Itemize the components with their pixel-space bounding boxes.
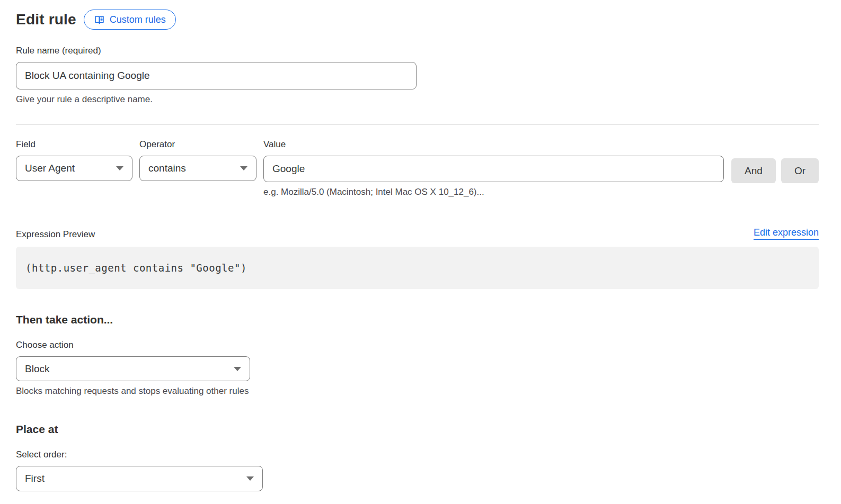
field-select[interactable]: User Agent xyxy=(16,156,132,181)
action-heading: Then take action... xyxy=(16,313,819,326)
book-icon xyxy=(94,14,105,25)
choose-action-label: Choose action xyxy=(16,340,819,350)
value-label: Value xyxy=(263,139,724,150)
edit-expression-link[interactable]: Edit expression xyxy=(754,227,819,240)
operator-column: Operator contains xyxy=(139,139,256,181)
action-helper: Blocks matching requests and stops evalu… xyxy=(16,386,819,397)
place-at-heading: Place at xyxy=(16,423,819,436)
rule-name-helper: Give your rule a descriptive name. xyxy=(16,94,819,105)
operator-label: Operator xyxy=(139,139,256,150)
value-input[interactable] xyxy=(263,156,724,182)
rule-name-section: Rule name (required) Give your rule a de… xyxy=(16,46,819,105)
section-divider xyxy=(16,124,819,124)
page-title: Edit rule xyxy=(16,11,76,28)
operator-select[interactable]: contains xyxy=(139,156,256,181)
caret-down-icon xyxy=(240,166,247,170)
condition-row: Field User Agent Operator contains Value… xyxy=(16,139,819,197)
expression-header: Expression Preview Edit expression xyxy=(16,227,819,240)
logic-buttons: And Or xyxy=(731,139,819,183)
placement-section: Place at Select order: First xyxy=(16,423,819,491)
caret-down-icon xyxy=(234,367,241,371)
action-section: Then take action... Choose action Block … xyxy=(16,313,819,397)
value-helper: e.g. Mozilla/5.0 (Macintosh; Intel Mac O… xyxy=(263,187,724,197)
custom-rules-docs-button[interactable]: Custom rules xyxy=(84,10,176,30)
field-column: Field User Agent xyxy=(16,139,132,181)
or-button[interactable]: Or xyxy=(781,158,819,183)
field-label: Field xyxy=(16,139,132,150)
expression-preview-label: Expression Preview xyxy=(16,229,95,240)
action-select[interactable]: Block xyxy=(16,356,250,381)
rule-name-input[interactable] xyxy=(16,62,417,89)
custom-rules-docs-label: Custom rules xyxy=(110,14,166,25)
order-select[interactable]: First xyxy=(16,466,263,491)
operator-select-value: contains xyxy=(148,163,186,174)
field-select-value: User Agent xyxy=(25,163,75,174)
page-header: Edit rule Custom rules xyxy=(16,10,819,30)
caret-down-icon xyxy=(246,476,254,481)
edit-rule-page: Edit rule Custom rules Rule name (requir… xyxy=(0,0,841,504)
select-order-label: Select order: xyxy=(16,449,819,460)
caret-down-icon xyxy=(116,166,123,170)
and-button[interactable]: And xyxy=(731,158,776,183)
rule-name-label: Rule name (required) xyxy=(16,46,819,56)
value-column: Value e.g. Mozilla/5.0 (Macintosh; Intel… xyxy=(263,139,724,197)
action-select-value: Block xyxy=(25,363,49,375)
order-select-value: First xyxy=(25,473,45,484)
expression-preview-code: (http.user_agent contains "Google") xyxy=(16,247,819,289)
